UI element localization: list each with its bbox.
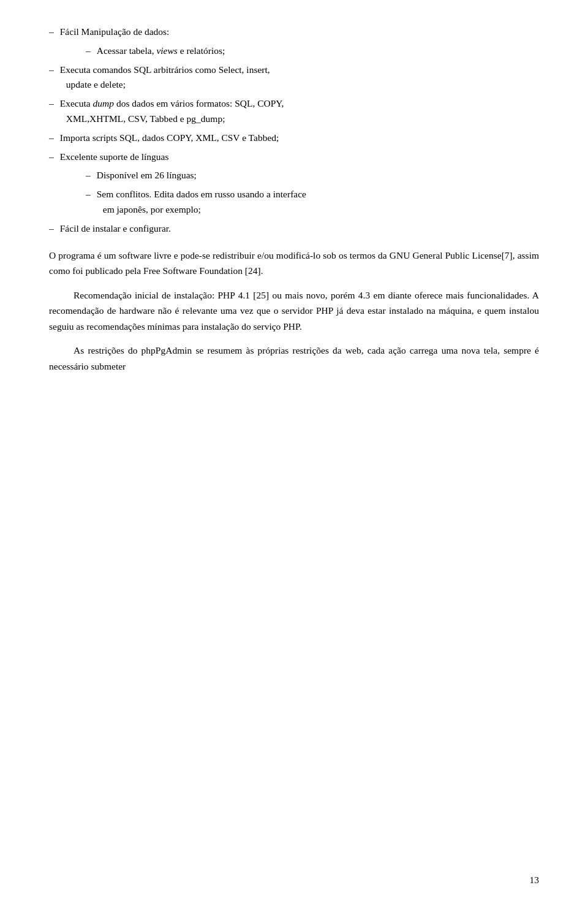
paragraph-1: O programa é um software livre e pode-se… [49, 248, 539, 279]
list-item: – Fácil Manipulação de dados: [49, 25, 539, 40]
bullet-list: – Fácil Manipulação de dados: – Acessar … [49, 25, 539, 237]
paragraph-2: Recomendação inicial de instalação: PHP … [49, 287, 539, 335]
list-item-text: Disponível em 26 línguas; [97, 168, 197, 183]
list-item-text: Executa comandos SQL arbitrários como Se… [60, 63, 270, 93]
list-item-text: Executa dump dos dados em vários formato… [60, 96, 284, 127]
list-item: – Executa dump dos dados em vários forma… [49, 96, 539, 127]
list-item: – Acessar tabela, views e relatórios; [49, 44, 539, 59]
list-item: – Excelente suporte de línguas [49, 150, 539, 165]
list-item-text: Excelente suporte de línguas [60, 150, 169, 165]
list-item-text: Fácil de instalar e configurar. [60, 221, 171, 237]
dash-icon: – [86, 44, 91, 59]
dash-icon: – [49, 150, 54, 165]
list-item-text: Fácil Manipulação de dados: [60, 25, 170, 40]
list-item-text: Acessar tabela, views e relatórios; [97, 44, 225, 59]
dash-icon: – [86, 187, 91, 202]
list-item: – Disponível em 26 línguas; [49, 168, 539, 183]
list-item-text: Sem conflitos. Edita dados em russo usan… [97, 187, 306, 218]
dash-icon: – [86, 168, 91, 183]
italic-text: dump [93, 98, 114, 108]
page: – Fácil Manipulação de dados: – Acessar … [0, 0, 588, 904]
paragraph-3: As restrições do phpPgAdmin se resumem à… [49, 343, 539, 374]
list-item: – Executa comandos SQL arbitrários como … [49, 63, 539, 93]
page-number: 13 [530, 875, 540, 886]
dash-icon: – [49, 131, 54, 146]
list-item: – Importa scripts SQL, dados COPY, XML, … [49, 131, 539, 146]
list-item: – Sem conflitos. Edita dados em russo us… [49, 187, 539, 218]
italic-text: views [156, 45, 177, 56]
content-area: – Fácil Manipulação de dados: – Acessar … [49, 25, 539, 374]
list-item-text: Importa scripts SQL, dados COPY, XML, CS… [60, 131, 279, 146]
dash-icon: – [49, 63, 54, 78]
dash-icon: – [49, 221, 54, 237]
dash-icon: – [49, 96, 54, 112]
dash-icon: – [49, 25, 54, 40]
list-item: – Fácil de instalar e configurar. [49, 221, 539, 237]
